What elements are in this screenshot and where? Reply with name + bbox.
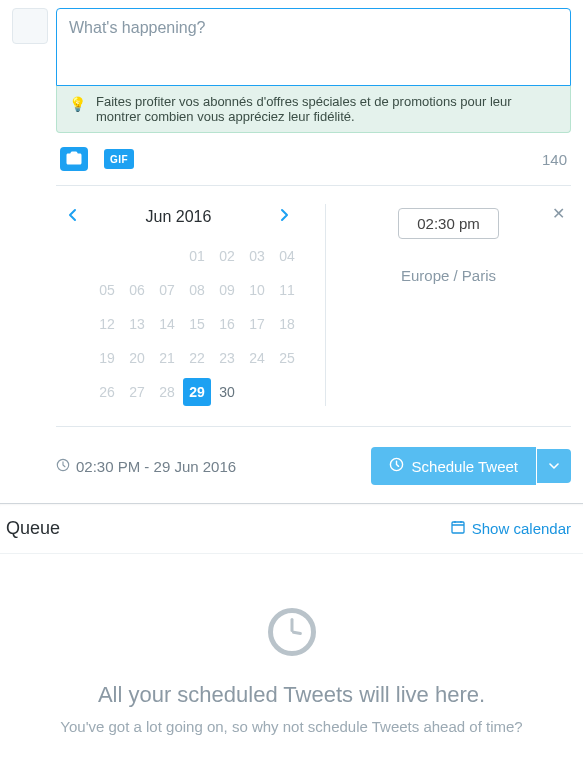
time-input[interactable]: 02:30 pm — [398, 208, 499, 239]
calendar-day[interactable]: 13 — [123, 310, 151, 338]
calendar-day[interactable]: 19 — [93, 344, 121, 372]
calendar-day[interactable]: 03 — [243, 242, 271, 270]
calendar-day[interactable]: 27 — [123, 378, 151, 406]
camera-icon — [66, 151, 82, 168]
chevron-down-icon — [549, 459, 559, 473]
queue-title: Queue — [6, 518, 60, 539]
show-calendar-label: Show calendar — [472, 520, 571, 537]
camera-button[interactable] — [60, 147, 88, 171]
calendar-day[interactable]: 01 — [183, 242, 211, 270]
calendar-day[interactable]: 06 — [123, 276, 151, 304]
calendar-day[interactable]: 29 — [183, 378, 211, 406]
show-calendar-link[interactable]: Show calendar — [450, 519, 571, 538]
empty-state-subtitle: You've got a lot going on, so why not sc… — [20, 718, 563, 735]
empty-state-title: All your scheduled Tweets will live here… — [20, 682, 563, 708]
calendar-day[interactable]: 23 — [213, 344, 241, 372]
prev-month-button[interactable] — [62, 204, 84, 230]
calendar-day[interactable]: 08 — [183, 276, 211, 304]
calendar-day[interactable]: 17 — [243, 310, 271, 338]
gif-button[interactable]: GIF — [104, 149, 134, 169]
calendar-day[interactable]: 30 — [213, 378, 241, 406]
calendar-day[interactable]: 11 — [273, 276, 301, 304]
char-count: 140 — [542, 151, 567, 168]
close-icon[interactable]: ✕ — [552, 204, 565, 223]
calendar-icon — [450, 519, 466, 538]
tip-banner: 💡 Faites profiter vos abonnés d'offres s… — [56, 86, 571, 133]
calendar-day[interactable]: 21 — [153, 344, 181, 372]
clock-icon — [56, 458, 70, 475]
calendar-day[interactable]: 14 — [153, 310, 181, 338]
next-month-button[interactable] — [273, 204, 295, 230]
calendar-day[interactable]: 20 — [123, 344, 151, 372]
calendar-day[interactable]: 22 — [183, 344, 211, 372]
calendar-day[interactable]: 07 — [153, 276, 181, 304]
calendar-day[interactable]: 26 — [93, 378, 121, 406]
calendar-day[interactable]: 12 — [93, 310, 121, 338]
schedule-button-label: Schedule Tweet — [412, 458, 518, 475]
calendar-day[interactable]: 10 — [243, 276, 271, 304]
tip-text: Faites profiter vos abonnés d'offres spé… — [96, 94, 558, 124]
calendar-day[interactable]: 04 — [273, 242, 301, 270]
avatar — [12, 8, 48, 44]
schedule-tweet-button[interactable]: Schedule Tweet — [371, 447, 536, 485]
calendar-day[interactable]: 05 — [93, 276, 121, 304]
calendar-day[interactable]: 09 — [213, 276, 241, 304]
calendar-day[interactable]: 24 — [243, 344, 271, 372]
svg-rect-2 — [452, 522, 464, 533]
schedule-dropdown-button[interactable] — [537, 449, 571, 483]
timezone-label: Europe / Paris — [401, 267, 496, 284]
calendar-day[interactable]: 15 — [183, 310, 211, 338]
compose-input[interactable]: What's happening? — [56, 8, 571, 86]
calendar-day[interactable]: 25 — [273, 344, 301, 372]
lightbulb-icon: 💡 — [69, 96, 86, 112]
calendar-day[interactable]: 16 — [213, 310, 241, 338]
clock-large-icon — [268, 608, 316, 656]
calendar-day[interactable]: 28 — [153, 378, 181, 406]
schedule-summary: 02:30 PM - 29 Jun 2016 — [76, 458, 236, 475]
calendar-day[interactable]: 18 — [273, 310, 301, 338]
clock-icon — [389, 457, 404, 475]
calendar-title: Jun 2016 — [146, 208, 212, 226]
calendar-day[interactable]: 02 — [213, 242, 241, 270]
